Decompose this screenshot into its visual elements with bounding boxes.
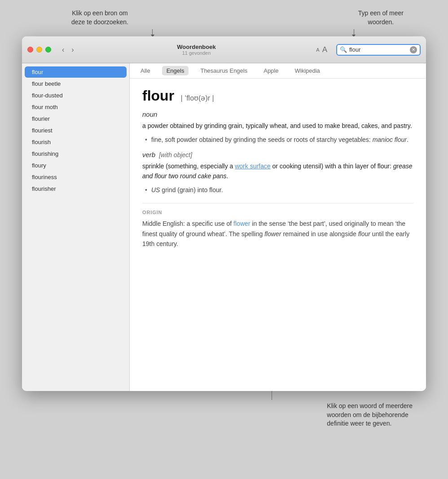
noun-bullet-example: manioc flour (373, 136, 407, 143)
titlebar: ‹ › Woordenboek 11 gevonden A A 🔍 ✕ (22, 36, 426, 63)
tab-bar: AlleEngelsThesaurus EngelsAppleWikipedia (130, 63, 426, 79)
titlebar-center: Woordenboek 11 gevonden (81, 44, 312, 56)
tab-thesaurus[interactable]: Thesaurus Engels (196, 66, 252, 75)
right-panel: AlleEngelsThesaurus EngelsAppleWikipedia… (130, 63, 426, 391)
main-content: flourflour beetleflour-dustedflour mothf… (22, 63, 426, 391)
tab-apple[interactable]: Apple (259, 66, 283, 75)
font-decrease-button[interactable]: A (316, 47, 319, 53)
verb-bullet-def: grind (grain) into flour. (162, 186, 223, 193)
font-size-controls: A A (316, 45, 327, 54)
origin-italic1: flower (264, 230, 281, 237)
annotation-top-right: Typ een of meer woorden. (358, 9, 404, 26)
word-heading-row: flour | ˈfloʊ(ə)r | (142, 88, 413, 104)
main-window: ‹ › Woordenboek 11 gevonden A A 🔍 ✕ flou… (22, 36, 426, 391)
search-box: 🔍 ✕ (336, 44, 421, 56)
annotation-top-left: Klik op een bron om deze te doorzoeken. (71, 9, 128, 26)
vert-line-bottom (272, 391, 272, 400)
sidebar-item[interactable]: flourisher (25, 183, 127, 194)
traffic-lights (27, 47, 51, 53)
sidebar-item[interactable]: flouriest (25, 125, 127, 136)
flower-link[interactable]: flower (233, 220, 250, 227)
sidebar: flourflour beetleflour-dustedflour mothf… (22, 63, 130, 391)
noun-section: noun a powder obtained by grinding grain… (142, 110, 413, 145)
word-pronunciation: | ˈfloʊ(ə)r | (181, 94, 214, 102)
close-button[interactable] (27, 47, 33, 53)
back-button[interactable]: ‹ (59, 45, 67, 55)
sidebar-item[interactable]: flourish (25, 136, 127, 148)
word-heading: flour (142, 88, 174, 104)
window-subtitle: 11 gevonden (81, 50, 312, 56)
verb-bullet-us: US (151, 186, 160, 193)
origin-section: ORIGIN Middle English: a specific use of… (142, 203, 413, 249)
window-title: Woordenboek (81, 44, 312, 50)
sidebar-item[interactable]: floury (25, 160, 127, 171)
search-icon: 🔍 (340, 46, 347, 53)
sidebar-item[interactable]: flour moth (25, 101, 127, 113)
forward-button[interactable]: › (69, 45, 76, 55)
tab-engels[interactable]: Engels (162, 66, 189, 75)
nav-buttons: ‹ › (59, 45, 77, 55)
maximize-button[interactable] (45, 47, 51, 53)
sidebar-item[interactable]: flour beetle (25, 78, 127, 89)
search-input[interactable] (349, 46, 408, 53)
annotation-bottom: Klik op een woord of meerdere woorden om… (327, 402, 413, 428)
sidebar-item[interactable]: flour-dusted (25, 90, 127, 101)
noun-definition: a powder obtained by grinding grain, typ… (142, 121, 413, 131)
font-increase-button[interactable]: A (322, 45, 327, 54)
origin-label: ORIGIN (142, 210, 413, 215)
sidebar-item[interactable]: flourishing (25, 148, 127, 159)
pos-verb-label: verb [with object] (142, 151, 413, 158)
noun-bullet: fine, soft powder obtained by grinding t… (142, 135, 413, 145)
sidebar-item[interactable]: flourier (25, 113, 127, 124)
pos-noun-label: noun (142, 110, 413, 118)
verb-section: verb [with object] sprinkle (something, … (142, 151, 413, 195)
verb-link[interactable]: work surface (235, 163, 270, 170)
minimize-button[interactable] (36, 47, 42, 53)
verb-note: [with object] (159, 151, 192, 158)
origin-italic2: flour (358, 230, 370, 237)
verb-definition: sprinkle (something, especially a work s… (142, 161, 413, 181)
sidebar-item[interactable]: flour (25, 66, 127, 78)
origin-text: Middle English: a specific use of flower… (142, 219, 413, 249)
sidebar-item[interactable]: flouriness (25, 171, 127, 183)
search-clear-button[interactable]: ✕ (410, 46, 417, 53)
tab-all[interactable]: Alle (136, 66, 155, 75)
verb-bullet: US grind (grain) into flour. (142, 185, 413, 195)
tab-wikipedia[interactable]: Wikipedia (290, 66, 324, 75)
dict-content: flour | ˈfloʊ(ə)r | noun a powder obtain… (130, 79, 426, 391)
